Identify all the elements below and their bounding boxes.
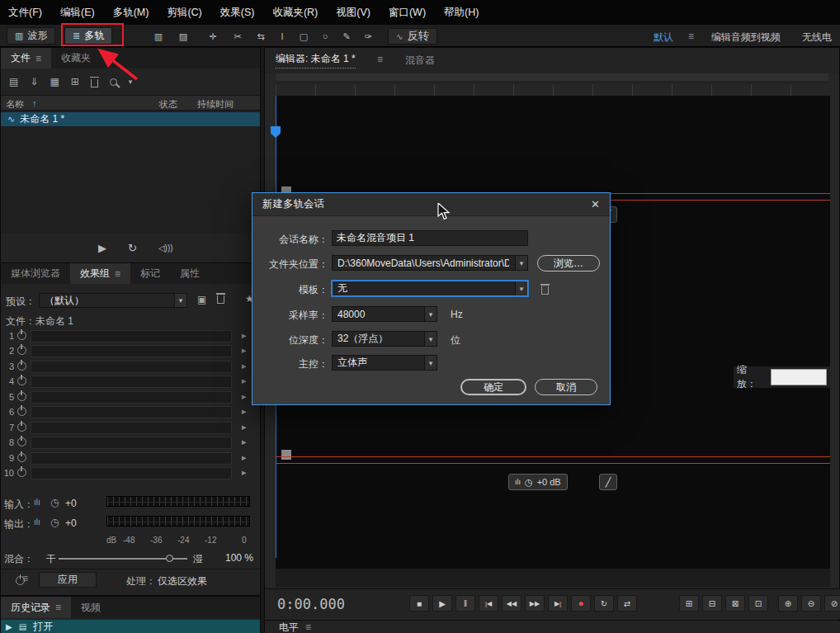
workspace-edit-audio-to-video[interactable]: 编辑音频到视频 [711, 31, 781, 45]
move-to-end-button[interactable]: ▶| [548, 595, 568, 612]
tab-editor[interactable]: 编辑器: 未命名 1 * [276, 52, 356, 68]
apply-button[interactable]: 应用 [39, 572, 97, 588]
zoom-in-amplitude-button[interactable]: ⊖ [801, 595, 821, 612]
slot-arrow-icon[interactable]: ▸ [242, 467, 247, 478]
slot-power-icon[interactable] [17, 346, 26, 355]
slot-arrow-icon[interactable]: ▸ [242, 437, 247, 447]
process-value[interactable]: 仅选区效果 [158, 574, 207, 588]
workspace-radio[interactable]: 无线电 [802, 31, 832, 45]
column-status[interactable]: 状态 [159, 98, 177, 111]
fast-forward-button[interactable]: ▶▶ [525, 595, 545, 612]
delete-file-icon[interactable] [91, 79, 98, 87]
menu-favorites[interactable]: 收藏夹(R) [272, 6, 318, 20]
spot-healing-tool-icon[interactable]: ✑ [358, 29, 378, 44]
tab-video[interactable]: 视频 [71, 597, 111, 618]
folder-location-combo[interactable]: D:\360MoveData\Users\Administrator\D... … [332, 255, 528, 271]
mix-slider[interactable] [59, 558, 187, 560]
history-menu-icon[interactable]: ≡ [55, 602, 61, 613]
history-entry-open[interactable]: ▶ ▤ 打开 [1, 620, 260, 633]
volume-hud[interactable]: ılı ◷ +0 dB [508, 474, 568, 490]
tab-files[interactable]: 文件 ≡ [1, 48, 51, 68]
timeline-navigator[interactable] [276, 73, 830, 81]
slot-arrow-icon[interactable]: ▸ [242, 391, 247, 402]
slot-power-icon[interactable] [17, 468, 26, 477]
delete-template-icon[interactable] [541, 286, 549, 295]
menu-clip[interactable]: 剪辑(C) [167, 6, 201, 20]
slip-tool-icon[interactable]: ⇆ [251, 29, 271, 44]
open-folder-icon[interactable]: ▤ [9, 76, 18, 87]
slot-insert[interactable] [31, 391, 232, 404]
slot-insert[interactable] [31, 437, 232, 449]
menu-multitrack[interactable]: 多轨(M) [113, 6, 149, 20]
tab-mixer[interactable]: 混音器 [405, 54, 435, 68]
dialog-title-bar[interactable]: 新建多轨会话 ✕ [252, 193, 610, 216]
sample-rate-dropdown-icon[interactable]: ▾ [424, 307, 437, 321]
menu-view[interactable]: 视图(V) [336, 6, 370, 20]
slot-arrow-icon[interactable]: ▸ [242, 376, 247, 386]
skip-selection-button[interactable]: ⇄ [617, 595, 637, 612]
tab-history[interactable]: 历史记录 ≡ [1, 597, 71, 618]
hud-clock-icon[interactable]: ◷ [525, 477, 533, 488]
sample-rate-combo[interactable]: 48000 ▾ [332, 306, 437, 322]
timeline-ruler[interactable] [276, 84, 830, 96]
preview-play-icon[interactable]: ▶ [98, 242, 106, 254]
slot-arrow-icon[interactable]: ▸ [242, 345, 247, 356]
search-icon[interactable] [110, 78, 117, 86]
tab-effects-rack[interactable]: 效果组 ≡ [70, 263, 130, 284]
lasso-selection-tool-icon[interactable]: ○ [315, 29, 335, 44]
zoom-out-time-button[interactable]: ⊟ [702, 595, 722, 612]
slot-power-icon[interactable] [17, 453, 26, 462]
column-name[interactable]: 名称 [6, 98, 24, 111]
move-to-start-button[interactable]: |◀ [479, 595, 498, 612]
template-dropdown-icon[interactable]: ▾ [515, 281, 527, 295]
menu-edit[interactable]: 编辑(E) [60, 6, 95, 20]
insert-into-multitrack-icon[interactable]: ⊞ [71, 76, 79, 87]
rack-panel-menu-icon[interactable]: ≡ [115, 268, 120, 280]
zoom-out-point-button[interactable]: ⊡ [748, 595, 768, 612]
mix-slider-knob[interactable] [166, 555, 173, 562]
slot-power-icon[interactable] [17, 437, 26, 446]
slot-power-icon[interactable] [17, 361, 26, 371]
invert-favorite-button[interactable]: ∿ 反转 [388, 28, 437, 45]
zoom-selection-button[interactable]: ⊕ [778, 595, 798, 612]
menu-file[interactable]: 文件(F) [8, 6, 42, 20]
time-selection-tool-icon[interactable]: I [272, 29, 292, 44]
waveform-view-button[interactable]: ▥ 波形 [7, 27, 55, 45]
loop-playback-button[interactable]: ↻ [594, 595, 614, 612]
output-value[interactable]: +0 [65, 517, 77, 529]
slot-insert[interactable] [31, 422, 232, 434]
razor-tool-icon[interactable]: ✂ [228, 29, 248, 44]
slot-power-icon[interactable] [17, 423, 26, 432]
search-dropdown-icon[interactable]: ▾ [129, 78, 133, 86]
slot-power-icon[interactable] [17, 376, 26, 385]
rack-list-icon[interactable]: ≡ [22, 573, 28, 584]
bit-depth-combo[interactable]: 32（浮点） ▾ [332, 331, 437, 347]
hud-db-value[interactable]: +0 dB [537, 477, 561, 487]
input-clock-icon[interactable]: ◷ [50, 497, 59, 508]
pause-button[interactable]: ‖ [455, 595, 475, 612]
slot-power-icon[interactable] [17, 331, 26, 340]
workspace-default[interactable]: 默认 [654, 31, 673, 45]
bit-depth-dropdown-icon[interactable]: ▾ [424, 332, 437, 346]
zoom-in-point-button[interactable]: ⊠ [725, 595, 745, 612]
slot-insert[interactable] [31, 361, 232, 373]
output-clock-icon[interactable]: ◷ [50, 517, 59, 528]
marquee-selection-tool-icon[interactable]: ▢ [294, 29, 314, 44]
zoom-in-time-button[interactable]: ⊞ [679, 595, 699, 612]
levels-label[interactable]: 电平 [279, 621, 299, 633]
input-value[interactable]: +0 [65, 498, 77, 509]
play-button[interactable]: ▶ [432, 595, 452, 612]
zoom-reset-button[interactable]: ⊘ [824, 595, 840, 612]
slot-insert[interactable] [31, 376, 232, 388]
slot-arrow-icon[interactable]: ▸ [242, 422, 247, 432]
paintbrush-tool-icon[interactable]: ✎ [337, 29, 356, 44]
browse-button[interactable]: 浏览… [537, 255, 600, 272]
mix-percent[interactable]: 100 % [225, 552, 253, 564]
new-file-icon[interactable]: ▦ [50, 76, 59, 87]
slot-insert[interactable] [31, 330, 232, 342]
delete-preset-icon[interactable] [217, 295, 224, 304]
preset-dropdown-icon[interactable]: ▾ [174, 294, 186, 307]
sort-ascending-icon[interactable]: ↑ [32, 98, 37, 108]
preview-speaker-icon[interactable]: ◁))) [158, 243, 173, 253]
slot-arrow-icon[interactable]: ▸ [242, 361, 247, 371]
